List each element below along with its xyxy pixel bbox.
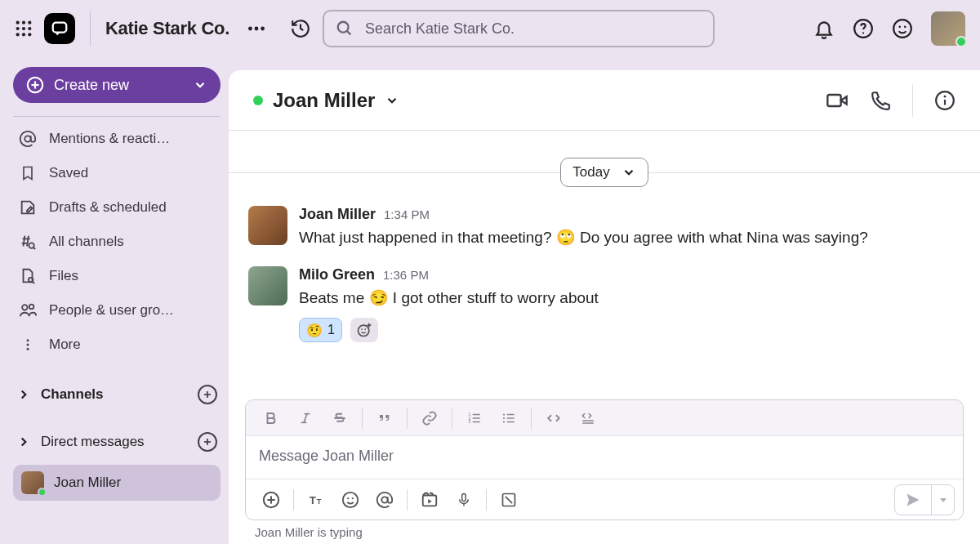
svg-point-46 <box>358 325 368 336</box>
plus-circle-icon <box>26 76 44 94</box>
mention-button[interactable] <box>368 485 402 515</box>
dms-label: Direct messages <box>41 434 145 450</box>
message-author[interactable]: Milo Green <box>299 266 375 283</box>
svg-point-12 <box>261 27 265 31</box>
chat-panel: Joan Miller Today <box>229 70 980 544</box>
draft-icon <box>18 198 38 216</box>
nav-files[interactable]: Files <box>13 259 220 293</box>
svg-point-10 <box>248 27 252 31</box>
italic-button[interactable] <box>288 404 323 433</box>
dm-item-active[interactable]: Joan Miller <box>13 465 220 501</box>
link-button[interactable] <box>412 404 447 433</box>
reaction-pill[interactable]: 🤨 1 <box>299 318 342 342</box>
message-author[interactable]: Joan Miller <box>299 206 376 223</box>
svg-point-17 <box>893 20 911 38</box>
avatar[interactable] <box>248 206 287 245</box>
dms-section-header[interactable]: Direct messages <box>13 424 220 460</box>
svg-line-14 <box>347 31 351 35</box>
svg-text:3: 3 <box>469 419 471 424</box>
ordered-list-button[interactable]: 123 <box>457 404 492 433</box>
search-box[interactable] <box>323 10 715 47</box>
video-clip-button[interactable] <box>412 485 447 515</box>
avatar[interactable] <box>248 266 287 305</box>
emoji-status-icon[interactable] <box>892 18 913 39</box>
nav-people[interactable]: People & user gro… <box>13 293 220 328</box>
nav-all-channels[interactable]: All channels <box>13 225 220 259</box>
svg-point-47 <box>361 328 363 330</box>
svg-point-1 <box>22 21 25 25</box>
svg-point-11 <box>255 27 259 31</box>
nav-more[interactable]: More <box>13 328 220 362</box>
message-time: 1:34 PM <box>384 207 430 221</box>
apps-grid-icon[interactable] <box>15 20 33 38</box>
date-divider-button[interactable]: Today <box>560 158 648 187</box>
presence-dot <box>253 96 263 105</box>
text-format-button[interactable]: TT <box>299 485 333 515</box>
add-reaction-button[interactable] <box>350 318 378 342</box>
info-icon[interactable] <box>934 90 956 111</box>
help-icon[interactable] <box>853 18 874 39</box>
chat-title-button[interactable]: Joan Miller <box>253 89 399 112</box>
svg-point-6 <box>16 33 20 36</box>
shortcuts-button[interactable] <box>492 485 526 515</box>
svg-line-83 <box>506 496 512 502</box>
composer-input[interactable]: Message Joan Miller <box>246 436 963 479</box>
svg-line-31 <box>33 282 34 283</box>
dm-item-name: Joan Miller <box>54 475 121 491</box>
svg-marker-84 <box>907 493 920 506</box>
history-icon[interactable] <box>290 18 311 39</box>
message: Milo Green 1:36 PM Beats me 😏 I got othe… <box>229 261 980 354</box>
bullet-list-button[interactable] <box>492 404 526 433</box>
add-dm-button[interactable] <box>198 432 217 452</box>
nav-label: Mentions & reacti… <box>49 131 170 147</box>
nav-mentions[interactable]: Mentions & reacti… <box>13 122 220 156</box>
send-options-button[interactable] <box>931 485 954 515</box>
svg-point-13 <box>338 22 349 33</box>
phone-call-icon[interactable] <box>870 90 891 111</box>
nav-saved[interactable]: Saved <box>13 156 220 190</box>
svg-point-45 <box>944 95 947 97</box>
nav-drafts[interactable]: Drafts & scheduled <box>13 190 220 225</box>
chevron-down-icon <box>621 165 636 180</box>
svg-point-4 <box>22 27 25 30</box>
user-avatar[interactable] <box>931 11 965 46</box>
quote-button[interactable] <box>368 404 402 433</box>
svg-point-75 <box>347 497 349 499</box>
workspace-name[interactable]: Katie Stark Co. <box>105 18 229 39</box>
strikethrough-button[interactable] <box>323 404 357 433</box>
presence-dot <box>38 488 47 497</box>
nav-label: More <box>49 337 81 353</box>
svg-point-33 <box>29 305 34 310</box>
svg-point-2 <box>28 21 31 25</box>
composer: 123 Message Joan Miller TT <box>245 399 964 520</box>
send-button[interactable] <box>895 485 931 515</box>
search-input[interactable] <box>365 20 702 38</box>
file-search-icon <box>18 267 38 285</box>
add-channel-button[interactable] <box>198 385 217 404</box>
bookmark-icon <box>18 164 38 182</box>
codeblock-button[interactable] <box>571 404 605 433</box>
svg-point-16 <box>862 32 864 33</box>
hash-search-icon <box>18 233 38 251</box>
svg-point-5 <box>28 27 31 30</box>
workspace-logo[interactable] <box>44 13 75 44</box>
workspace-menu-icon[interactable] <box>246 18 267 39</box>
code-button[interactable] <box>537 404 571 433</box>
notifications-icon[interactable] <box>813 18 835 39</box>
svg-point-36 <box>27 348 29 350</box>
emoji-eyeroll: 🙄 <box>556 229 576 246</box>
attach-button[interactable] <box>254 485 288 515</box>
svg-point-0 <box>16 21 20 25</box>
video-call-icon[interactable] <box>826 89 849 112</box>
sidebar: Create new Mentions & reacti… Saved Draf… <box>0 57 229 544</box>
channels-section-header[interactable]: Channels <box>13 377 220 412</box>
audio-button[interactable] <box>447 485 481 515</box>
svg-point-77 <box>381 497 387 502</box>
svg-point-66 <box>503 421 505 422</box>
reaction-emoji: 🤨 <box>306 323 323 338</box>
emoji-button[interactable] <box>333 485 368 515</box>
bold-button[interactable] <box>254 404 288 433</box>
svg-point-8 <box>28 33 31 36</box>
create-new-button[interactable]: Create new <box>13 67 220 103</box>
nav-label: All channels <box>49 234 124 250</box>
